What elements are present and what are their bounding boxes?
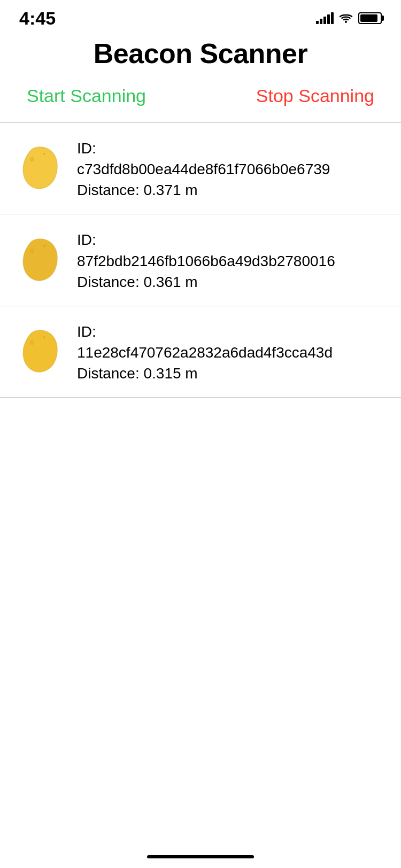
signal-bar-5 [331, 12, 334, 24]
wifi-icon [339, 12, 353, 24]
beacon-distance: Distance: 0.371 m [77, 182, 385, 199]
beacon-info: ID:c73dfd8b00ea44de8f61f7066b0e6739 Dist… [77, 138, 385, 199]
beacon-info: ID:11e28cf470762a2832a6dad4f3cca43d Dist… [77, 321, 385, 382]
svg-point-5 [30, 340, 34, 345]
beacon-item: ID:87f2bdb2146fb1066b6a49d3b2780016 Dist… [0, 214, 401, 306]
beacon-item: ID:c73dfd8b00ea44de8f61f7066b0e6739 Dist… [0, 123, 401, 214]
beacon-id: ID:87f2bdb2146fb1066b6a49d3b2780016 [77, 229, 385, 271]
signal-bar-4 [327, 14, 330, 24]
beacon-icon [19, 236, 61, 284]
svg-point-6 [43, 336, 45, 338]
svg-point-3 [30, 249, 34, 254]
beacon-icon [19, 328, 61, 376]
actions-row: Start Scanning Stop Scanning [0, 80, 401, 122]
status-time: 4:45 [19, 8, 56, 29]
home-indicator [147, 855, 254, 858]
beacon-icon-container [16, 328, 64, 376]
beacon-distance: Distance: 0.315 m [77, 365, 385, 382]
beacon-id: ID:11e28cf470762a2832a6dad4f3cca43d [77, 321, 385, 363]
beacon-list: ID:c73dfd8b00ea44de8f61f7066b0e6739 Dist… [0, 122, 401, 398]
signal-bar-1 [316, 21, 319, 24]
svg-point-1 [30, 157, 34, 162]
beacon-distance: Distance: 0.361 m [77, 274, 385, 291]
beacon-info: ID:87f2bdb2146fb1066b6a49d3b2780016 Dist… [77, 229, 385, 290]
start-scanning-button[interactable]: Start Scanning [27, 86, 146, 106]
beacon-icon-container [16, 144, 64, 192]
signal-icon [316, 12, 334, 24]
svg-point-2 [43, 153, 45, 155]
battery-icon [358, 12, 382, 24]
beacon-id: ID:c73dfd8b00ea44de8f61f7066b0e6739 [77, 138, 385, 180]
beacon-icon-container [16, 236, 64, 284]
svg-point-0 [345, 21, 347, 23]
status-bar: 4:45 [0, 0, 401, 32]
stop-scanning-button[interactable]: Stop Scanning [256, 86, 374, 106]
beacon-item: ID:11e28cf470762a2832a6dad4f3cca43d Dist… [0, 306, 401, 398]
signal-bar-3 [323, 17, 326, 24]
signal-bar-2 [320, 19, 322, 24]
battery-fill [360, 14, 377, 22]
status-icons [316, 12, 382, 24]
svg-point-4 [43, 245, 45, 247]
beacon-icon [19, 144, 61, 192]
page-title: Beacon Scanner [0, 32, 401, 80]
